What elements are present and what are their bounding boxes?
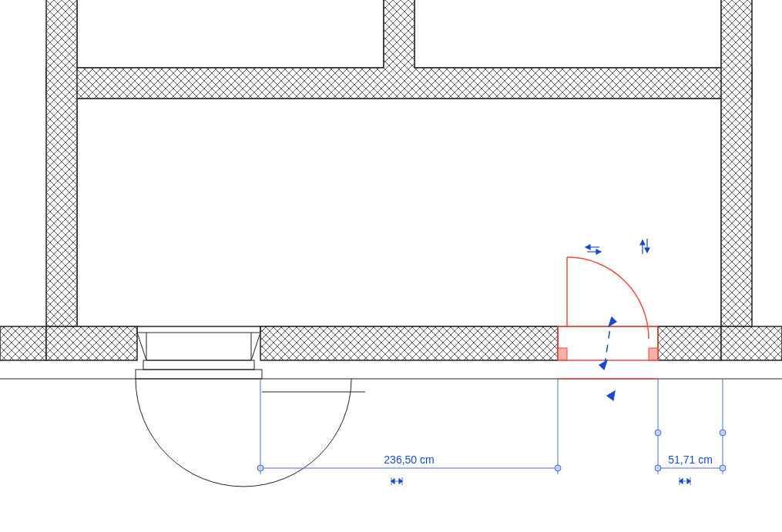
svg-point-31 bbox=[655, 430, 661, 436]
svg-point-32 bbox=[720, 430, 726, 436]
svg-point-21 bbox=[257, 465, 263, 471]
svg-rect-1 bbox=[137, 326, 260, 333]
room-upper-right bbox=[414, 0, 721, 68]
wall-segment bbox=[721, 0, 752, 326]
wall-segment bbox=[721, 326, 782, 360]
room-upper-left bbox=[77, 0, 384, 68]
wall-segment bbox=[658, 326, 721, 360]
dimension-right[interactable]: 51,71 cm bbox=[655, 379, 726, 485]
wall-segment bbox=[260, 326, 558, 360]
wall-segment bbox=[0, 326, 46, 360]
dimension-left-value[interactable]: 236,50 cm bbox=[384, 453, 434, 466]
svg-point-30 bbox=[720, 465, 726, 471]
room-main bbox=[77, 99, 721, 326]
flip-horizontal-icon[interactable] bbox=[586, 245, 601, 254]
svg-point-22 bbox=[555, 465, 561, 471]
selected-door[interactable] bbox=[558, 257, 658, 400]
dimension-right-value[interactable]: 51,71 cm bbox=[668, 453, 713, 466]
wall-segment bbox=[46, 326, 137, 360]
wall-segment bbox=[46, 0, 77, 326]
svg-rect-3 bbox=[136, 370, 262, 379]
svg-rect-2 bbox=[143, 360, 254, 370]
wall-segment bbox=[46, 0, 752, 99]
floorplan-canvas[interactable]: 236,50 cm 51,71 cm bbox=[0, 0, 782, 532]
svg-rect-6 bbox=[649, 348, 658, 360]
svg-point-29 bbox=[655, 465, 661, 471]
flip-vertical-icon[interactable] bbox=[640, 239, 649, 254]
svg-rect-5 bbox=[558, 348, 567, 360]
